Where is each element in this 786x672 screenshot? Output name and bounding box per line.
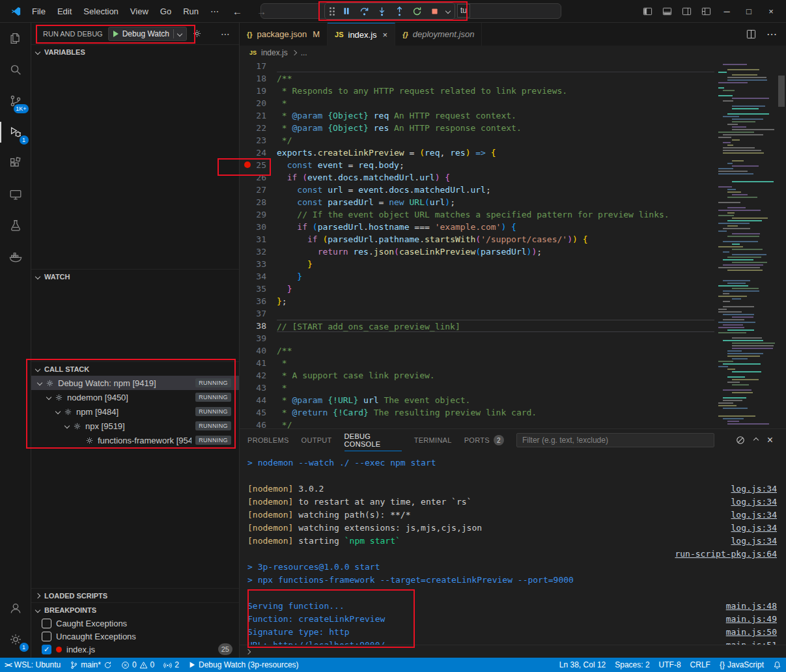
close-tab-icon[interactable]: × [383,30,388,40]
console-filter-input[interactable] [516,433,714,447]
breakpoints-header[interactable]: BREAKPOINTS [31,602,239,617]
code-line[interactable]: 17 [240,60,786,72]
breakpoint-dot-icon[interactable] [244,161,251,168]
console-source-link[interactable]: main.js:51 [726,639,777,645]
back-icon[interactable]: ← [226,6,249,17]
console-source-link[interactable]: log.js:34 [731,509,777,522]
console-source-link[interactable]: log.js:34 [731,522,777,535]
line-gutter[interactable]: 19 [240,85,277,97]
line-gutter[interactable]: 35 [240,283,277,295]
minimize-button[interactable]: ─ [716,0,738,23]
code-line[interactable]: 45 * @return {!Card} The resulting previ… [240,406,786,419]
code-line[interactable]: 18/** [240,72,786,85]
line-gutter[interactable]: 25 [240,159,277,171]
step-into-button[interactable] [376,5,387,17]
line-gutter[interactable]: 34 [240,270,277,283]
code-line[interactable]: 22 * @param {Object} res An HTTP respons… [240,122,786,134]
menu-file[interactable]: File [26,5,51,18]
code-line[interactable]: 34 } [240,270,786,283]
breakpoint-checkbox[interactable] [42,619,51,628]
menu-edit[interactable]: Edit [51,5,77,18]
configure-gear-icon[interactable] [192,29,202,38]
console-source-link[interactable]: log.js:34 [731,535,777,548]
code-line[interactable]: 37 [240,307,786,320]
toolbar-drag-handle[interactable] [330,7,335,16]
line-gutter[interactable]: 44 [240,394,277,406]
tab-index-js[interactable]: JS index.js × [328,23,395,46]
console-source-link[interactable]: log.js:34 [731,496,777,509]
forwarded-ports-status[interactable]: 2 [159,658,184,672]
tab-deployment-json[interactable]: {} deployment.json [395,23,482,46]
line-gutter[interactable]: 23 [240,134,277,147]
code-line[interactable]: 24exports.createLinkPreview = (req, res)… [240,147,786,159]
tab-terminal[interactable]: TERMINAL [414,429,452,451]
expand-chevron-icon[interactable] [55,409,61,414]
cursor-position[interactable]: Ln 38, Col 12 [555,658,610,672]
code-line[interactable]: 31 if (parsedUrl.pathname.startsWith('/s… [240,233,786,245]
activity-remote-explorer-icon[interactable] [0,179,31,210]
console-source-link[interactable]: main.js:50 [726,626,777,639]
call-stack-row[interactable]: functions-framework [954...RUNNING [31,433,239,447]
call-stack-row[interactable]: npx [9519]RUNNING [31,419,239,433]
toggle-secondary-sidebar-icon[interactable] [677,0,696,23]
code-line[interactable]: 27 const url = event.docs.matchedUrl.url… [240,184,786,196]
views-more-icon[interactable]: ⋯ [221,29,232,39]
breakpoint-checkbox[interactable] [42,632,51,641]
minimap[interactable] [717,60,777,428]
remote-indicator[interactable]: >< WSL: Ubuntu [0,658,65,672]
menu-go[interactable]: Go [154,5,177,18]
scrollbar-thumb[interactable] [778,76,785,107]
breakpoint-row[interactable]: ✓index.js25 [31,643,239,656]
menu-selection[interactable]: Selection [77,5,124,18]
line-gutter[interactable]: 28 [240,196,277,208]
call-stack-row[interactable]: Debug Watch: npm [9419]RUNNING [31,376,239,390]
accounts-icon[interactable] [0,593,31,624]
line-gutter[interactable]: 20 [240,97,277,109]
breakpoint-row[interactable]: Caught Exceptions [31,617,239,630]
line-gutter[interactable]: 30 [240,221,277,233]
settings-gear-icon[interactable]: 1 [0,624,31,655]
line-gutter[interactable]: 33 [240,258,277,270]
editor-more-icon[interactable]: ⋯ [766,28,777,40]
tab-output[interactable]: OUTPUT [302,429,332,451]
loaded-scripts-header[interactable]: LOADED SCRIPTS [31,588,239,602]
line-gutter[interactable]: 46 [240,419,277,428]
line-gutter[interactable]: 22 [240,122,277,134]
line-gutter[interactable]: 45 [240,406,277,419]
variables-header[interactable]: VARIABLES [31,44,239,59]
expand-chevron-icon[interactable] [37,380,42,385]
line-gutter[interactable]: 18 [240,72,277,85]
code-line[interactable]: 20 * [240,97,786,109]
indentation[interactable]: Spaces: 2 [610,658,654,672]
tab-problems[interactable]: PROBLEMS [247,429,289,451]
line-gutter[interactable]: 41 [240,357,277,369]
debug-console-input[interactable] [240,645,786,658]
activity-source-control-icon[interactable]: 1K+ [0,85,31,117]
language-mode[interactable]: {} JavaScript [715,658,768,672]
code-line[interactable]: 35 } [240,283,786,295]
line-gutter[interactable]: 38 [240,320,277,332]
eol-sequence[interactable]: CRLF [686,658,715,672]
restart-button[interactable] [411,5,423,17]
tab-debug-console[interactable]: DEBUG CONSOLE [344,429,402,451]
step-out-button[interactable] [393,5,405,17]
console-source-link[interactable]: main.js:49 [726,613,777,626]
line-gutter[interactable]: 31 [240,233,277,245]
activity-docker-icon[interactable] [0,242,31,273]
line-gutter[interactable]: 21 [240,109,277,122]
code-editor[interactable]: 1718/**19 * Responds to any HTTP request… [240,60,786,428]
split-editor-icon[interactable] [746,29,756,39]
line-gutter[interactable]: 40 [240,344,277,357]
start-debugging-icon[interactable] [113,31,119,37]
git-branch-status[interactable]: main* [65,658,117,672]
breakpoint-row[interactable]: Uncaught Exceptions [31,630,239,643]
code-line[interactable]: 21 * @param {Object} req An HTTP request… [240,109,786,122]
code-line[interactable]: 32 return res.json(caseLinkPreview(parse… [240,245,786,258]
line-gutter[interactable]: 36 [240,295,277,307]
line-gutter[interactable]: 27 [240,184,277,196]
maximize-button[interactable]: □ [738,0,760,23]
line-gutter[interactable]: 24 [240,147,277,159]
toggle-panel-icon[interactable] [657,0,677,23]
customize-layout-icon[interactable] [696,0,716,23]
toggle-sidebar-icon[interactable] [638,0,657,23]
